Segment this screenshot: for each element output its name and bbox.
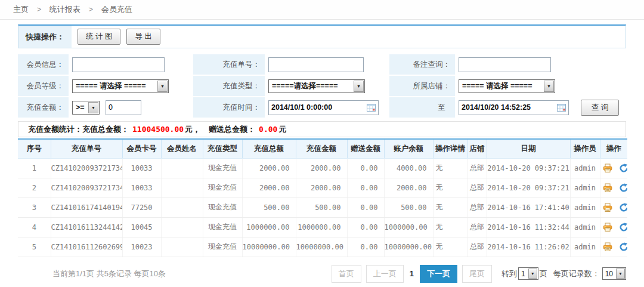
printer-icon[interactable] xyxy=(603,223,612,232)
printer-icon[interactable] xyxy=(603,163,612,173)
calendar-icon[interactable] xyxy=(557,104,566,112)
table-body: 1CZ141020093721734310033现金充值2000.002000.… xyxy=(18,158,627,257)
header-operator: 操作员 xyxy=(570,139,600,158)
recharge-type-select[interactable]: =====请选择===== ▼ xyxy=(268,79,365,93)
summary-gift-label: 赠送总金额： xyxy=(209,124,255,135)
table-cell: admin xyxy=(570,197,600,217)
quick-ops-label: 快捷操作： xyxy=(18,26,72,48)
table-cell: 5 xyxy=(18,237,51,257)
chevron-down-icon: ▼ xyxy=(157,81,168,92)
header-store: 店铺 xyxy=(467,139,487,158)
next-page-button[interactable]: 下一页 xyxy=(420,265,457,283)
table-cell: 无 xyxy=(433,197,467,217)
table-cell: 现金充值 xyxy=(203,158,242,178)
table-cell: 2000.00 xyxy=(296,178,347,197)
table-cell: admin xyxy=(570,178,600,197)
prev-page-button[interactable]: 上一页 xyxy=(366,265,404,283)
table-cell: 1000000.00 xyxy=(384,217,433,237)
summary-gift-value: 0.00 xyxy=(259,125,277,134)
table-cell: 2014-10-20 09:37:21 xyxy=(487,158,570,178)
summary-total-value: 11004500.00 xyxy=(132,125,184,134)
table-cell: 0.00 xyxy=(347,197,384,217)
pagination-bar: 当前第1/1页 共5条记录 每页10条 首页 上一页 1 下一页 尾页 转到 1… xyxy=(18,257,626,283)
header-total-amount: 充值总额 xyxy=(242,139,296,158)
actions-cell xyxy=(600,178,627,197)
chevron-down-icon: ▼ xyxy=(88,102,98,113)
table-cell: admin xyxy=(570,237,600,257)
per-page-label: 每页记录数： xyxy=(553,269,600,279)
first-page-button[interactable]: 首页 xyxy=(332,265,361,283)
note-label: 备注查询： xyxy=(389,54,455,75)
header-order-no: 充值单号 xyxy=(51,139,122,158)
refresh-icon[interactable] xyxy=(619,183,627,193)
actions-cell xyxy=(600,217,627,237)
time-from-input[interactable]: 2014/10/1 0:00:00 xyxy=(268,100,379,115)
member-level-select[interactable]: ===== 请选择 ===== ▼ xyxy=(72,79,169,93)
export-button[interactable]: 导 出 xyxy=(126,29,160,45)
search-button[interactable]: 查 询 xyxy=(581,100,619,116)
store-label: 所属店铺： xyxy=(389,76,455,96)
store-select[interactable]: ===== 请选择 ===== ▼ xyxy=(459,79,555,93)
per-page-select[interactable]: 10 ▼ xyxy=(602,267,626,280)
breadcrumb-reports[interactable]: 统计报表 xyxy=(49,5,80,14)
refresh-icon[interactable] xyxy=(619,163,627,173)
refresh-icon[interactable] xyxy=(619,242,627,252)
amount-operator-select[interactable]: >= ▼ xyxy=(72,101,100,115)
printer-icon[interactable] xyxy=(603,242,612,252)
table-cell: 4 xyxy=(18,217,51,237)
header-gift-amount: 赠送金额 xyxy=(347,139,384,158)
table-cell xyxy=(161,197,203,217)
table-cell: 10000000.00 xyxy=(384,237,433,257)
order-no-input[interactable] xyxy=(268,57,364,72)
chevron-down-icon: ▼ xyxy=(616,269,625,279)
table-cell: 2 xyxy=(18,178,51,197)
summary-gift-unit: 元 xyxy=(278,124,286,135)
breadcrumb-home[interactable]: 主页 xyxy=(13,5,29,14)
table-row: 4CZ141016113244142210045现金充值1000000.0010… xyxy=(18,217,627,237)
goto-page-value: 1 xyxy=(519,270,528,278)
table-cell: 无 xyxy=(433,217,467,237)
amount-operator-value: >= xyxy=(73,103,88,112)
refresh-icon[interactable] xyxy=(619,223,627,232)
table-cell: 1 xyxy=(18,158,51,178)
printer-icon[interactable] xyxy=(603,183,612,193)
table-cell: 总部 xyxy=(467,217,487,237)
quick-ops-bar: 快捷操作： 统 计 图 导 出 xyxy=(18,24,626,48)
recharge-type-value: =====请选择===== xyxy=(269,81,341,91)
goto-label: 转到 xyxy=(501,269,517,279)
table-cell: 0.00 xyxy=(347,217,384,237)
table-cell: 0.00 xyxy=(347,158,384,178)
summary-total-label: 充值总金额： xyxy=(82,124,129,135)
table-cell: 总部 xyxy=(467,237,487,257)
actions-cell xyxy=(600,197,627,217)
calendar-icon[interactable] xyxy=(367,104,376,112)
time-to-value: 2014/10/20 14:52:25 xyxy=(462,103,531,112)
table-cell: 1000000.00 xyxy=(242,217,296,237)
refresh-icon[interactable] xyxy=(619,203,627,212)
amount-input[interactable] xyxy=(106,100,141,115)
table-cell: 总部 xyxy=(467,178,487,197)
table-cell: admin xyxy=(570,158,600,178)
table-cell: 无 xyxy=(433,178,467,197)
header-index: 序号 xyxy=(18,139,51,158)
table-cell: 10033 xyxy=(122,158,161,178)
header-date: 日期 xyxy=(487,139,570,158)
amount-label: 充值金额： xyxy=(18,97,69,118)
table-cell: 10000000.00 xyxy=(242,237,296,257)
table-cell: 10045 xyxy=(122,217,161,237)
time-to-input[interactable]: 2014/10/20 14:52:25 xyxy=(459,100,569,115)
member-info-label: 会员信息： xyxy=(18,54,69,75)
chart-button[interactable]: 统 计 图 xyxy=(78,29,120,45)
table-cell: CZ1410200937217343 xyxy=(51,158,122,178)
member-info-input[interactable] xyxy=(72,57,165,72)
printer-icon[interactable] xyxy=(603,203,612,212)
goto-page-select[interactable]: 1 ▼ xyxy=(518,267,538,280)
chevron-down-icon: ▼ xyxy=(544,81,554,92)
per-page-value: 10 xyxy=(603,270,615,278)
table-cell: 现金充值 xyxy=(203,217,242,237)
last-page-button[interactable]: 尾页 xyxy=(462,265,492,283)
note-input[interactable] xyxy=(459,57,551,72)
records-table: 序号 充值单号 会员卡号 会员姓名 充值类型 充值总额 充值金额 赠送金额 账户… xyxy=(18,138,627,257)
table-cell: 500.00 xyxy=(242,197,296,217)
table-header-row: 序号 充值单号 会员卡号 会员姓名 充值类型 充值总额 充值金额 赠送金额 账户… xyxy=(18,139,627,158)
